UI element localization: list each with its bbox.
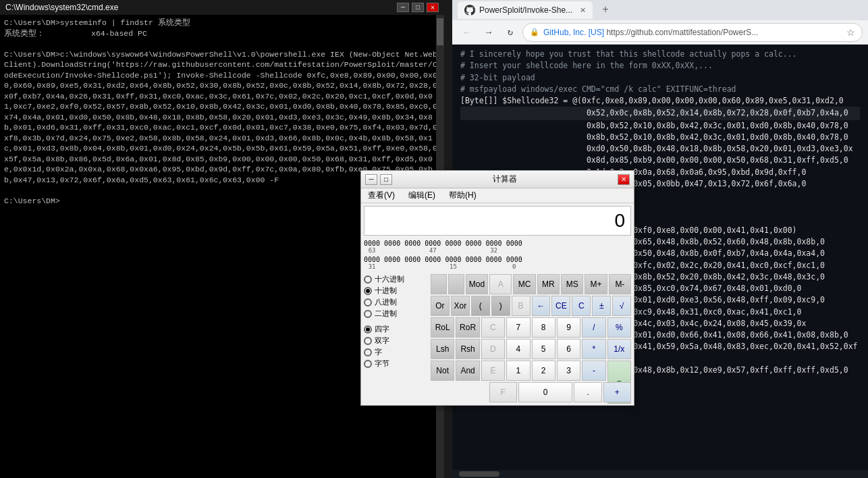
btn-MS[interactable]: MS (561, 274, 583, 294)
bits-g9: 0000 (465, 256, 481, 270)
btn-minus[interactable]: - (582, 361, 605, 381)
calc-row-4: Lsh Rsh D 4 5 6 * 1/x (431, 339, 631, 359)
tab-close-button[interactable]: ✕ (580, 6, 586, 15)
btn-4[interactable]: 4 (506, 339, 530, 359)
menu-edit[interactable]: 编辑(E) (404, 188, 439, 203)
calc-middle: 十六进制 十进制 八进制 二进制 四字 双字 (361, 271, 634, 405)
btn-E[interactable]: E (481, 361, 505, 381)
cmd-minimize-button[interactable]: ─ (397, 3, 409, 12)
bits-label-63: 63 (369, 247, 376, 254)
btn-empty2[interactable] (448, 274, 464, 294)
btn-Xor[interactable]: Xor (451, 296, 470, 316)
btn-Or[interactable]: Or (431, 296, 450, 316)
btn-Rsh[interactable]: Rsh (456, 339, 479, 359)
code-line-6: 0x52,0x0c,0x8b,0x52,0x14,0x8b,0x72,0x28,… (460, 107, 860, 120)
btn-Lsh[interactable]: Lsh (431, 339, 454, 359)
btn-C[interactable]: C (572, 296, 591, 316)
btn-plusminus[interactable]: ± (592, 296, 611, 316)
btn-F[interactable]: F (489, 382, 517, 402)
btn-Mplus[interactable]: M+ (585, 274, 607, 294)
btn-2[interactable]: 2 (532, 361, 555, 381)
bookmark-icon[interactable]: ☆ (846, 27, 855, 38)
forward-button[interactable]: → (479, 23, 498, 42)
cmd-title: C:\Windows\system32\cmd.exe (5, 3, 118, 12)
btn-plus[interactable]: + (603, 382, 631, 402)
radix-oct[interactable]: 八进制 (364, 297, 428, 307)
cmd-restore-button[interactable]: □ (412, 3, 424, 12)
cmd-close-button[interactable]: ✕ (427, 3, 439, 12)
calc-row-2: Or Xor ( ) B ← CE C ± √ (431, 296, 631, 316)
radio-byte[interactable] (364, 360, 372, 368)
btn-divide[interactable]: / (582, 317, 605, 338)
bits-label-47: 47 (429, 247, 437, 254)
bits-label-15: 15 (450, 263, 457, 270)
word-byte[interactable]: 字节 (364, 358, 428, 369)
radix-bin[interactable]: 二进制 (364, 309, 428, 319)
btn-8[interactable]: 8 (532, 317, 555, 338)
radix-dec[interactable]: 十进制 (364, 286, 428, 296)
btn-Not[interactable]: Not (431, 361, 454, 381)
btn-C-hex[interactable]: C (481, 317, 505, 338)
radio-hex[interactable] (364, 275, 372, 284)
btn-RoL[interactable]: RoL (431, 317, 454, 338)
calc-close-button[interactable]: ✕ (618, 174, 630, 185)
btn-empty1[interactable] (431, 274, 447, 294)
radix-hex[interactable]: 十六进制 (364, 274, 428, 284)
menu-help[interactable]: 帮助(H) (445, 188, 481, 203)
calc-minimize-button[interactable]: ─ (365, 174, 377, 185)
btn-3[interactable]: 3 (557, 361, 580, 381)
bits-g7: 0000 (404, 256, 421, 270)
btn-mod[interactable]: Mod (466, 274, 488, 294)
address-url: https://github.com/mattifestation/PowerS… (606, 28, 758, 37)
btn-And[interactable]: And (456, 361, 479, 381)
btn-A[interactable]: A (489, 274, 512, 294)
btn-lparen[interactable]: ( (471, 296, 490, 316)
btn-sqrt[interactable]: √ (612, 296, 631, 316)
word-dword[interactable]: 双字 (364, 336, 428, 346)
address-bar[interactable]: 🔒 GitHub, Inc. [US] https://github.com/m… (522, 23, 863, 42)
label-byte: 字节 (375, 358, 389, 369)
horizontal-scrollbar[interactable] (452, 470, 868, 478)
calc-restore-button[interactable]: □ (380, 174, 392, 185)
btn-dot[interactable]: . (574, 382, 601, 402)
refresh-button[interactable]: ↻ (501, 23, 520, 42)
cmd-scroll-thumb (437, 18, 443, 45)
back-button[interactable]: ← (458, 23, 477, 42)
btn-6[interactable]: 6 (557, 339, 580, 359)
menu-view[interactable]: 查看(V) (364, 188, 399, 203)
browser-tab[interactable]: PowerSploit/Invoke-She... ✕ (458, 1, 593, 19)
bits-g2: 0000 (404, 240, 421, 254)
radio-qword[interactable] (364, 325, 372, 334)
scroll-thumb (459, 471, 499, 477)
btn-7[interactable]: 7 (506, 317, 530, 338)
bits-63: 0000 (364, 240, 380, 247)
btn-MR[interactable]: MR (537, 274, 560, 294)
bits-g5: 0000 (506, 240, 522, 254)
btn-multiply[interactable]: * (582, 339, 605, 359)
btn-rparen[interactable]: ) (491, 296, 510, 316)
word-word[interactable]: 字 (364, 347, 428, 357)
radio-dword[interactable] (364, 337, 372, 345)
radio-bin[interactable] (364, 310, 372, 318)
btn-B[interactable]: B (512, 296, 531, 316)
btn-D[interactable]: D (481, 339, 505, 359)
code-line-7: 0x8b,0x52,0x10,0x8b,0x42,0x3c,0x01,0xd0,… (460, 120, 860, 132)
bits-label-0: 0 (512, 263, 516, 270)
radio-oct[interactable] (364, 298, 372, 307)
btn-reciprocal[interactable]: 1/x (607, 339, 631, 359)
btn-9[interactable]: 9 (557, 317, 580, 338)
btn-1[interactable]: 1 (506, 361, 530, 381)
radio-dec[interactable] (364, 287, 372, 295)
calc-display: 0 (364, 206, 631, 236)
btn-backspace[interactable]: ← (532, 296, 551, 316)
radio-word[interactable] (364, 348, 372, 356)
btn-0[interactable]: 0 (518, 382, 573, 402)
btn-MC[interactable]: MC (513, 274, 535, 294)
btn-CE[interactable]: CE (551, 296, 570, 316)
new-tab-button[interactable]: + (597, 1, 614, 19)
btn-percent[interactable]: % (607, 317, 631, 338)
word-qword[interactable]: 四字 (364, 324, 428, 334)
btn-RoR[interactable]: RoR (456, 317, 479, 338)
btn-Mminus[interactable]: M- (609, 274, 631, 294)
btn-5[interactable]: 5 (532, 339, 555, 359)
